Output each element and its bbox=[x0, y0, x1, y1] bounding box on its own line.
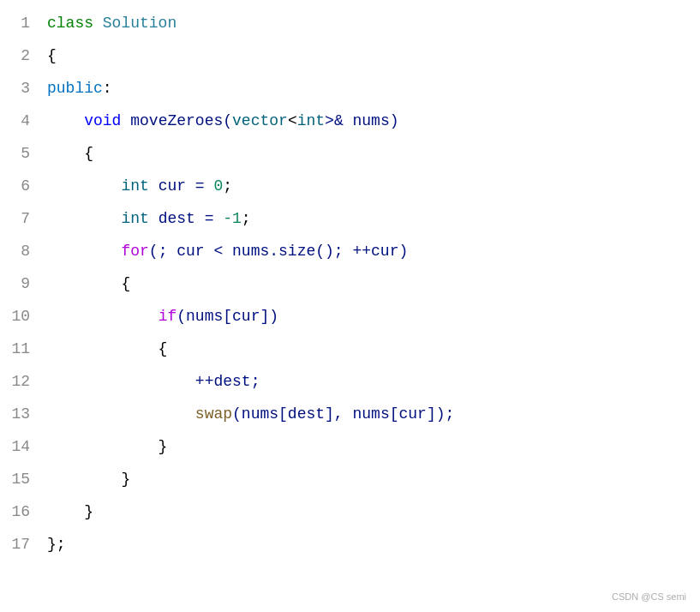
token: int bbox=[297, 112, 325, 129]
line-code: int dest = -1; bbox=[47, 202, 251, 235]
token: }; bbox=[47, 536, 66, 553]
token bbox=[47, 210, 121, 227]
token bbox=[47, 177, 121, 195]
line-code: } bbox=[47, 495, 93, 528]
token: Solution bbox=[103, 15, 176, 32]
token: moveZeroes( bbox=[121, 112, 232, 129]
code-editor: 1class Solution2{3public:4 void moveZero… bbox=[0, 0, 700, 612]
line-number: 9 bbox=[0, 267, 47, 300]
code-line: 9 { bbox=[0, 267, 700, 300]
code-line: 15 } bbox=[0, 463, 700, 495]
token bbox=[47, 112, 84, 129]
line-number: 17 bbox=[0, 528, 47, 561]
code-line: 2{ bbox=[0, 39, 700, 72]
token: public bbox=[47, 80, 103, 97]
token: cur = bbox=[149, 177, 214, 195]
token: int bbox=[121, 177, 148, 195]
code-content: 1class Solution2{3public:4 void moveZero… bbox=[0, 7, 700, 561]
code-line: 11 { bbox=[0, 333, 700, 365]
token: int bbox=[121, 210, 148, 227]
code-line: 8 for(; cur < nums.size(); ++cur) bbox=[0, 235, 700, 267]
code-line: 13 swap(nums[dest], nums[cur]); bbox=[0, 398, 700, 430]
code-line: 7 int dest = -1; bbox=[0, 202, 700, 235]
token bbox=[47, 308, 159, 325]
token: 0 bbox=[213, 177, 223, 195]
token: class bbox=[47, 15, 103, 32]
token: -1 bbox=[223, 210, 242, 227]
token bbox=[47, 243, 121, 260]
line-number: 11 bbox=[0, 333, 47, 365]
token: < bbox=[288, 112, 297, 129]
line-number: 8 bbox=[0, 235, 47, 267]
token: if bbox=[159, 308, 177, 325]
line-number: 2 bbox=[0, 39, 47, 72]
line-number: 6 bbox=[0, 170, 47, 202]
token: { bbox=[47, 145, 93, 162]
line-number: 14 bbox=[0, 430, 47, 463]
token: } bbox=[47, 438, 167, 455]
line-code: int cur = 0; bbox=[47, 170, 232, 202]
token: (nums[cur]) bbox=[176, 308, 278, 325]
line-number: 16 bbox=[0, 495, 47, 528]
token: >& nums) bbox=[325, 112, 398, 129]
code-line: 14 } bbox=[0, 430, 700, 463]
code-line: 10 if(nums[cur]) bbox=[0, 300, 700, 333]
token: } bbox=[47, 503, 93, 520]
line-number: 1 bbox=[0, 7, 47, 39]
token: ; bbox=[242, 210, 251, 227]
token: void bbox=[84, 112, 121, 129]
line-number: 3 bbox=[0, 72, 47, 105]
code-line: 5 { bbox=[0, 137, 700, 170]
line-number: 10 bbox=[0, 300, 47, 333]
code-line: 12 ++dest; bbox=[0, 365, 700, 398]
line-code: } bbox=[47, 463, 130, 495]
token: { bbox=[47, 275, 130, 292]
line-code: { bbox=[47, 39, 57, 72]
line-number: 12 bbox=[0, 365, 47, 398]
code-line: 16 } bbox=[0, 495, 700, 528]
line-number: 15 bbox=[0, 463, 47, 495]
token: dest = bbox=[149, 210, 223, 227]
line-number: 5 bbox=[0, 137, 47, 170]
line-code: ++dest; bbox=[47, 365, 260, 398]
token: : bbox=[103, 80, 112, 97]
token bbox=[47, 405, 195, 423]
line-code: { bbox=[47, 267, 130, 300]
code-line: 3public: bbox=[0, 72, 700, 105]
token: ; bbox=[223, 177, 232, 195]
line-code: if(nums[cur]) bbox=[47, 300, 278, 333]
line-code: class Solution bbox=[47, 7, 176, 39]
line-code: { bbox=[47, 137, 93, 170]
watermark: CSDN @CS semi bbox=[612, 591, 686, 602]
line-code: swap(nums[dest], nums[cur]); bbox=[47, 398, 454, 430]
token: swap bbox=[195, 405, 232, 423]
line-code: void moveZeroes(vector<int>& nums) bbox=[47, 105, 399, 137]
line-number: 13 bbox=[0, 398, 47, 430]
token: ++dest; bbox=[47, 373, 260, 390]
line-number: 7 bbox=[0, 202, 47, 235]
code-line: 1class Solution bbox=[0, 7, 700, 39]
code-line: 6 int cur = 0; bbox=[0, 170, 700, 202]
token: { bbox=[47, 340, 167, 357]
line-code: } bbox=[47, 430, 167, 463]
token: vector bbox=[232, 112, 288, 129]
token: (; cur < nums.size(); ++cur) bbox=[149, 243, 408, 260]
line-code: }; bbox=[47, 528, 66, 561]
line-number: 4 bbox=[0, 105, 47, 137]
line-code: public: bbox=[47, 72, 112, 105]
code-line: 17}; bbox=[0, 528, 700, 561]
token: { bbox=[47, 47, 57, 64]
token: for bbox=[121, 243, 148, 260]
token: (nums[dest], nums[cur]); bbox=[232, 405, 454, 423]
code-line: 4 void moveZeroes(vector<int>& nums) bbox=[0, 105, 700, 137]
line-code: { bbox=[47, 333, 167, 365]
token: } bbox=[47, 471, 130, 488]
line-code: for(; cur < nums.size(); ++cur) bbox=[47, 235, 408, 267]
